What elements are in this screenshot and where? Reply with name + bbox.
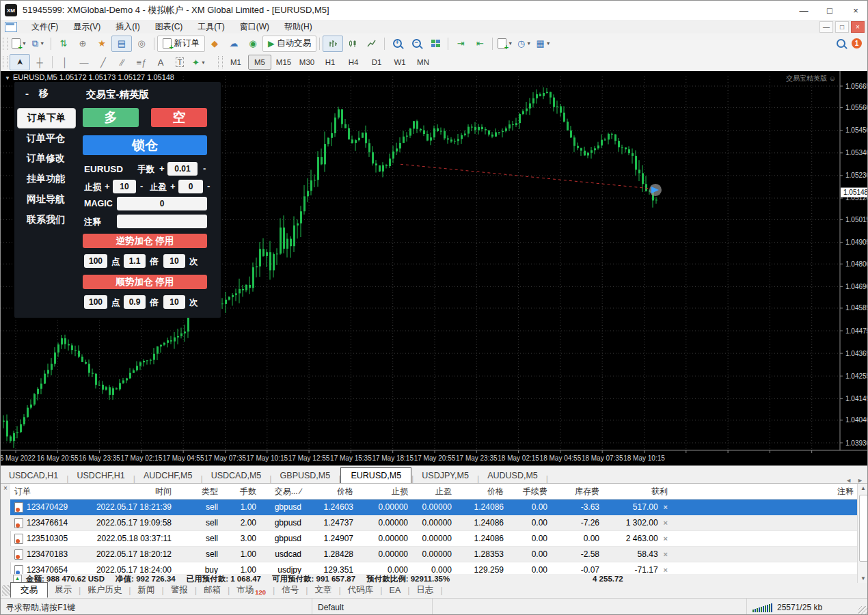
resize-grip[interactable] (858, 606, 868, 615)
broadcast-button[interactable]: ◉ (243, 36, 262, 51)
table-row[interactable]: 1235103052022.05.18 03:37:11sell3.00gbpu… (10, 531, 858, 547)
collapse-icon[interactable]: ▼ (5, 75, 10, 81)
menu-item-5[interactable]: 窗口(W) (232, 20, 277, 34)
status-profile[interactable]: Default (312, 599, 433, 615)
tp-input[interactable]: 0 (178, 180, 203, 193)
close-position-button[interactable]: × (664, 550, 668, 558)
timeframe-M30[interactable]: M30 (296, 55, 318, 69)
col-header-7[interactable]: 止盈 (412, 486, 456, 497)
menu-item-3[interactable]: 图表(C) (148, 20, 191, 34)
panel-menu-3[interactable]: 挂单功能 (17, 169, 74, 189)
tp-minus-button[interactable]: - (207, 181, 210, 191)
bottom-tab-信号[interactable]: 信号 (275, 583, 306, 597)
sl-plus-button[interactable]: + (105, 181, 110, 191)
timeframe-W1[interactable]: W1 (389, 55, 411, 69)
table-row[interactable]: 1234766142022.05.17 19:09:58sell2.00gbpu… (10, 515, 858, 531)
chart-tab-USDCHF-H1[interactable]: USDCHF,H1 (69, 468, 133, 484)
lots-plus-button[interactable]: + (159, 163, 165, 174)
bottom-tab-展示[interactable]: 展示 (48, 583, 79, 597)
col-header-9[interactable]: 手续费 (508, 486, 552, 497)
horizontal-line-tool[interactable]: — (74, 55, 94, 70)
timeframe-M1[interactable]: M1 (225, 55, 247, 69)
scroll-up-icon[interactable]: ▲ (858, 484, 868, 493)
comment-input[interactable] (117, 215, 207, 228)
symbols-button[interactable]: ⇅ (54, 36, 73, 51)
bottom-tab-文章[interactable]: 文章 (308, 583, 339, 597)
crosshair-tool[interactable]: ┼ (30, 55, 49, 70)
market-watch-toggle[interactable]: ▤ (111, 36, 132, 52)
lots-input[interactable]: 0.01 (167, 162, 198, 176)
profiles-button[interactable]: ⧉▼ (29, 36, 48, 51)
col-header-10[interactable]: 库存费 (552, 486, 603, 497)
periods-button[interactable]: ◷▼ (515, 36, 534, 51)
maximize-button[interactable]: □ (817, 1, 843, 19)
tp-plus-button[interactable]: + (170, 181, 176, 191)
col-header-3[interactable]: 手数 (222, 486, 260, 497)
menu-item-6[interactable]: 帮助(H) (277, 20, 320, 34)
sell-button[interactable]: 空 (151, 108, 207, 127)
bar-chart-type-button[interactable] (323, 36, 343, 52)
close-position-button[interactable]: × (664, 534, 668, 543)
col-header-1[interactable]: 时间 (80, 486, 176, 497)
auto-trading-button[interactable]: ▶ 自动交易 (262, 36, 316, 52)
chart-restore-button[interactable]: □ (835, 21, 849, 33)
toolbar-grip[interactable] (3, 38, 8, 50)
minimize-button[interactable]: — (791, 1, 817, 19)
vertical-line-tool[interactable]: │ (55, 55, 74, 70)
chart-close-button[interactable]: × (851, 21, 865, 33)
panel-menu-1[interactable]: 订单平仓 (17, 129, 74, 148)
chart-symbol-line[interactable]: ▼EURUSD,M5 1.05172 1.05173 1.05127 1.051… (5, 73, 174, 81)
table-row[interactable]: 1234701832022.05.17 18:20:12sell1.00usdc… (10, 547, 858, 562)
timeframe-M5[interactable]: M5 (248, 55, 271, 70)
new-chart-button[interactable]: ▼ (10, 36, 29, 51)
with-trend-button[interactable]: 顺势加仓 停用 (83, 275, 207, 289)
text-label-tool[interactable]: T (170, 55, 189, 70)
timeframe-H4[interactable]: H4 (342, 55, 364, 69)
chart-tab-AUDUSD-M5[interactable]: AUDUSD,M5 (479, 468, 546, 484)
timeframe-H1[interactable]: H1 (319, 55, 341, 69)
panel-menu-2[interactable]: 订单修改 (17, 149, 74, 168)
search-button[interactable] (831, 36, 850, 51)
lock-button[interactable]: 锁仓 (83, 135, 207, 155)
bottom-tab-日志[interactable]: 日志 (410, 583, 441, 597)
zoom-out-button[interactable]: − (407, 36, 426, 51)
buy-button[interactable]: 多 (83, 108, 139, 127)
bottom-tab-代码库[interactable]: 代码库 (341, 583, 381, 597)
auto-scroll-button[interactable]: ⇥ (451, 36, 470, 51)
channel-tool[interactable]: ∕∕ (113, 55, 132, 70)
panel-menu-5[interactable]: 联系我们 (17, 210, 74, 230)
magic-input[interactable]: 0 (117, 197, 207, 210)
timeframe-M15[interactable]: M15 (273, 55, 295, 69)
sl-minus-button[interactable]: - (140, 181, 143, 191)
col-header-11[interactable]: 获利 (603, 486, 672, 497)
ct-mult-input[interactable]: 1.1 (124, 254, 146, 268)
col-header-8[interactable]: 价格 (456, 486, 508, 497)
arrows-tool[interactable]: ✦▼ (189, 55, 208, 70)
tile-windows-button[interactable] (426, 36, 445, 51)
indicators-button[interactable]: ▼ (496, 36, 515, 51)
table-row[interactable]: 1234704292022.05.17 18:21:39sell1.00gbpu… (10, 500, 858, 515)
chart-tab-USDCAD-M5[interactable]: USDCAD,M5 (203, 468, 270, 484)
metaeditor-button[interactable]: ◆ (205, 36, 224, 51)
terminal-close-icon[interactable]: × (1, 484, 10, 493)
chart-shift-button[interactable]: ⇤ (470, 36, 489, 51)
col-header-2[interactable]: 类型 (176, 486, 222, 497)
chart-tab-USDJPY-M5[interactable]: USDJPY,M5 (413, 468, 477, 484)
panel-menu-4[interactable]: 网址导航 (17, 190, 74, 209)
bottom-tab-新闻[interactable]: 新闻 (131, 583, 162, 597)
col-header-12[interactable]: 注释 (672, 486, 858, 497)
wt-mult-input[interactable]: 0.9 (124, 295, 146, 309)
notification-badge[interactable]: 1 (852, 38, 862, 49)
ct-points-input[interactable]: 100 (84, 254, 107, 268)
col-header-6[interactable]: 止损 (357, 486, 412, 497)
col-header-4[interactable]: 交易... ∕ (260, 486, 306, 497)
bottom-tab-邮箱[interactable]: 邮箱 (197, 583, 228, 597)
bottom-tab-交易[interactable]: 交易 (10, 582, 48, 598)
terminal-scrollbar[interactable]: ▲ ▼ (857, 484, 868, 584)
col-header-0[interactable]: 订单 (10, 486, 80, 497)
candlestick-type-button[interactable] (343, 36, 362, 51)
counter-trend-button[interactable]: 逆势加仓 停用 (83, 234, 207, 248)
scroll-down-icon[interactable]: ▼ (858, 574, 868, 584)
close-position-button[interactable]: × (664, 566, 668, 574)
menu-item-4[interactable]: 工具(T) (190, 20, 232, 34)
